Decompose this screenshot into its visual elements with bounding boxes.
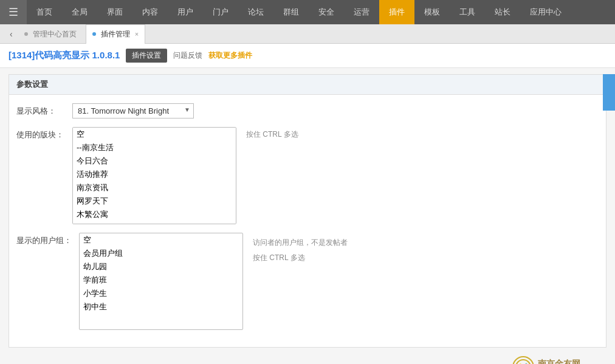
blocks-listbox-container: 空 --南京生活 今日六合 活动推荐 南京资讯 网罗天下 木繁公寓 农副产品 -… <box>72 127 298 224</box>
tab-plugin-management-label: 插件管理 <box>101 29 130 39</box>
settings-section: 参数设置 显示风格： 81. Tomorrow Night Bright 1. … <box>9 74 606 348</box>
block-option-activities[interactable]: 活动推荐 <box>73 168 236 181</box>
top-navigation: ☰ 首页 全局 界面 内容 用户 门户 论坛 群组 安全 运营 插件 模板 工具… <box>0 0 615 24</box>
tab-back-button[interactable]: ‹ <box>5 29 18 39</box>
hamburger-menu[interactable]: ☰ <box>0 0 27 24</box>
page-header: [1314]代码高亮显示 1.0.8.1 插件设置 问题反馈 获取更多插件 <box>0 44 615 68</box>
usergroup-option-members[interactable]: 会员用户组 <box>80 247 242 260</box>
nav-global[interactable]: 全局 <box>62 0 97 24</box>
blocks-listbox-wrap: 空 --南京生活 今日六合 活动推荐 南京资讯 网罗天下 木繁公寓 农副产品 -… <box>72 127 236 224</box>
usergroup-hint1: 访问者的用户组，不是发帖者 <box>253 235 348 248</box>
nav-users[interactable]: 用户 <box>168 0 203 24</box>
display-style-row: 显示风格： 81. Tomorrow Night Bright 1. Defau… <box>16 103 599 118</box>
blocks-hint: 按住 CTRL 多选 <box>246 127 298 140</box>
display-style-select-wrapper: 81. Tomorrow Night Bright 1. Default 2. … <box>72 103 194 118</box>
watermark-logo: 🔰 <box>512 356 534 364</box>
nav-plugins[interactable]: 插件 <box>379 0 414 24</box>
nav-security[interactable]: 安全 <box>309 0 344 24</box>
nav-operations[interactable]: 运营 <box>344 0 379 24</box>
nav-interface[interactable]: 界面 <box>97 0 132 24</box>
usergroup-hint2: 按住 CTRL 多选 <box>253 250 348 263</box>
nav-forum[interactable]: 论坛 <box>238 0 273 24</box>
usergroup-label: 显示的用户组： <box>16 233 72 246</box>
section-title: 参数设置 <box>16 80 48 89</box>
watermark-name: 南京金友网 <box>538 359 609 364</box>
block-option-nongfu[interactable]: 农副产品 <box>73 221 236 224</box>
nav-portal[interactable]: 门户 <box>203 0 238 24</box>
tab-admin-home[interactable]: 管理中心首页 <box>18 24 83 44</box>
usergroup-option-primary[interactable]: 小学生 <box>80 287 242 300</box>
display-style-label: 显示风格： <box>16 103 65 117</box>
block-option-nanjing-news[interactable]: 南京资讯 <box>73 181 236 194</box>
nav-templates[interactable]: 模板 <box>414 0 450 24</box>
usergroup-row: 显示的用户组： 空 会员用户组 幼儿园 学前班 小学生 初中生 <box>16 233 599 330</box>
nav-admin[interactable]: 站长 <box>485 0 520 24</box>
usergroup-listbox-container: 空 会员用户组 幼儿园 学前班 小学生 初中生 访问者的用户组，不是发帖者 按住… <box>79 233 348 330</box>
blocks-label: 使用的版块： <box>16 127 65 140</box>
watermark-text-group: 南京金友网 NANJINGJINYOUWANG <box>538 359 609 364</box>
plugin-settings-button[interactable]: 插件设置 <box>126 49 167 63</box>
get-more-plugins-link[interactable]: 获取更多插件 <box>208 50 252 61</box>
usergroup-listbox-wrap: 空 会员用户组 幼儿园 学前班 小学生 初中生 <box>79 233 243 330</box>
usergroup-option-middle[interactable]: 初中生 <box>80 300 242 314</box>
block-option-mufan[interactable]: 木繁公寓 <box>73 208 236 221</box>
section-body: 显示风格： 81. Tomorrow Night Bright 1. Defau… <box>9 95 606 347</box>
blocks-row: 使用的版块： 空 --南京生活 今日六合 活动推荐 南京资讯 网罗天下 木繁公寓… <box>16 127 599 224</box>
nav-group[interactable]: 群组 <box>273 0 309 24</box>
feedback-link[interactable]: 问题反馈 <box>173 50 202 61</box>
display-style-select[interactable]: 81. Tomorrow Night Bright 1. Default 2. … <box>72 103 194 118</box>
section-header: 参数设置 <box>9 75 606 95</box>
nav-content[interactable]: 内容 <box>132 0 168 24</box>
block-option-empty[interactable]: 空 <box>73 128 236 141</box>
nav-tools[interactable]: 工具 <box>450 0 485 24</box>
main-content: 参数设置 显示风格： 81. Tomorrow Night Bright 1. … <box>0 68 615 364</box>
usergroup-listbox[interactable]: 空 会员用户组 幼儿园 学前班 小学生 初中生 <box>79 233 243 330</box>
blocks-listbox[interactable]: 空 --南京生活 今日六合 活动推荐 南京资讯 网罗天下 木繁公寓 农副产品 -… <box>72 127 236 224</box>
block-option-today-liuhe[interactable]: 今日六合 <box>73 154 236 168</box>
preview-sidebar-button[interactable] <box>603 74 615 111</box>
usergroup-hints: 访问者的用户组，不是发帖者 按住 CTRL 多选 <box>253 233 348 263</box>
tab-plugin-management[interactable]: 插件管理 × <box>86 24 145 44</box>
usergroup-option-empty[interactable]: 空 <box>80 233 242 247</box>
watermark-logo-icon: 🔰 <box>515 359 532 364</box>
tab-close-icon[interactable]: × <box>135 30 139 38</box>
usergroup-option-preschool[interactable]: 学前班 <box>80 273 242 287</box>
block-option-wangluo[interactable]: 网罗天下 <box>73 194 236 208</box>
nav-app-center[interactable]: 应用中心 <box>520 0 571 24</box>
tab-admin-home-label: 管理中心首页 <box>33 29 77 39</box>
tab-bar: ‹ 管理中心首页 插件管理 × <box>0 24 615 44</box>
page-title[interactable]: [1314]代码高亮显示 1.0.8.1 <box>9 50 120 61</box>
block-option-nanjing-life[interactable]: --南京生活 <box>73 141 236 154</box>
watermark: 🔰 南京金友网 NANJINGJINYOUWANG <box>512 356 609 364</box>
nav-home[interactable]: 首页 <box>27 0 62 24</box>
usergroup-option-kindergarten[interactable]: 幼儿园 <box>80 260 242 273</box>
